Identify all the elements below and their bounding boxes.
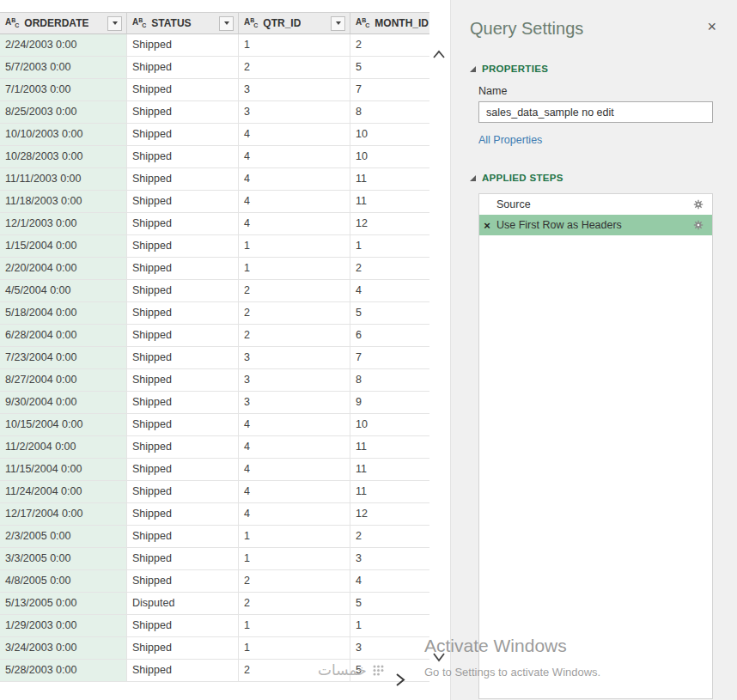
column-header-month_id[interactable]: ABCMONTH_ID	[350, 12, 429, 34]
table-cell[interactable]: Shipped	[127, 213, 239, 235]
table-cell[interactable]: Shipped	[127, 34, 239, 57]
table-cell[interactable]: 7	[350, 347, 429, 369]
table-cell[interactable]: 11	[350, 481, 429, 503]
applied-step[interactable]: ×Use First Row as Headers	[479, 215, 712, 235]
table-cell[interactable]: Shipped	[127, 637, 239, 660]
table-cell[interactable]: Disputed	[127, 593, 239, 615]
table-cell[interactable]: 3/24/2003 0:00	[0, 637, 127, 660]
table-cell[interactable]: Shipped	[127, 526, 239, 548]
table-cell[interactable]: 4	[239, 213, 350, 235]
table-cell[interactable]: 11	[350, 459, 429, 481]
all-properties-link[interactable]: All Properties	[478, 134, 542, 146]
filter-dropdown-button[interactable]	[331, 16, 345, 31]
column-header-qtr_id[interactable]: ABCQTR_ID	[239, 12, 350, 34]
table-cell[interactable]: 5	[350, 593, 429, 615]
table-cell[interactable]: 4	[239, 168, 350, 191]
table-cell[interactable]: 2/20/2004 0:00	[0, 258, 127, 280]
table-cell[interactable]: 5/18/2004 0:00	[0, 302, 127, 325]
close-icon[interactable]: ×	[707, 19, 716, 34]
table-cell[interactable]: 12	[350, 213, 429, 235]
properties-section-header[interactable]: PROPERTIES	[470, 64, 713, 74]
table-cell[interactable]: Shipped	[127, 503, 239, 526]
table-cell[interactable]: 2	[239, 593, 350, 615]
table-cell[interactable]: 3	[239, 347, 350, 369]
table-cell[interactable]: 4	[239, 436, 350, 459]
table-cell[interactable]: Shipped	[127, 280, 239, 302]
table-cell[interactable]: Shipped	[127, 459, 239, 481]
table-cell[interactable]: 4	[239, 503, 350, 526]
table-cell[interactable]: 4/5/2004 0:00	[0, 280, 127, 302]
query-name-input[interactable]	[478, 101, 713, 123]
table-cell[interactable]: 11/2/2004 0:00	[0, 436, 127, 459]
table-cell[interactable]: 4	[239, 414, 350, 436]
table-cell[interactable]: 5/13/2005 0:00	[0, 593, 127, 615]
table-cell[interactable]: 11	[350, 436, 429, 459]
table-cell[interactable]: 1	[239, 637, 350, 660]
table-cell[interactable]: 11/15/2004 0:00	[0, 459, 127, 481]
table-cell[interactable]: Shipped	[127, 347, 239, 369]
table-cell[interactable]: 11/18/2003 0:00	[0, 191, 127, 213]
table-cell[interactable]: Shipped	[127, 168, 239, 191]
table-cell[interactable]: 3/3/2005 0:00	[0, 548, 127, 570]
table-cell[interactable]: 1	[239, 258, 350, 280]
table-cell[interactable]: Shipped	[127, 570, 239, 593]
table-cell[interactable]: Shipped	[127, 481, 239, 503]
table-cell[interactable]: 1	[239, 526, 350, 548]
table-cell[interactable]: 10	[350, 146, 429, 168]
table-cell[interactable]: 1/15/2004 0:00	[0, 235, 127, 258]
table-cell[interactable]: 3	[239, 392, 350, 414]
table-cell[interactable]: 5/28/2003 0:00	[0, 660, 127, 682]
gear-icon[interactable]	[691, 220, 705, 230]
table-cell[interactable]: 12/17/2004 0:00	[0, 503, 127, 526]
table-cell[interactable]: 3	[239, 369, 350, 392]
table-cell[interactable]: 2	[350, 34, 429, 57]
column-header-orderdate[interactable]: ABCORDERDATE	[0, 12, 127, 34]
table-cell[interactable]: 10	[350, 414, 429, 436]
table-cell[interactable]: 7/23/2004 0:00	[0, 347, 127, 369]
table-cell[interactable]: 5/7/2003 0:00	[0, 57, 127, 79]
table-cell[interactable]: 9	[350, 392, 429, 414]
scroll-down-icon[interactable]	[431, 650, 447, 665]
column-header-status[interactable]: ABCSTATUS	[127, 12, 239, 34]
table-cell[interactable]: 8/27/2004 0:00	[0, 369, 127, 392]
table-cell[interactable]: 2	[350, 526, 429, 548]
table-cell[interactable]: 1	[239, 615, 350, 637]
table-cell[interactable]: 2	[239, 570, 350, 593]
gear-icon[interactable]	[691, 199, 705, 210]
table-cell[interactable]: 7/1/2003 0:00	[0, 79, 127, 101]
table-cell[interactable]: 2	[239, 57, 350, 79]
table-cell[interactable]: 11/24/2004 0:00	[0, 481, 127, 503]
applied-step[interactable]: Source	[479, 194, 712, 215]
table-cell[interactable]: 4/8/2005 0:00	[0, 570, 127, 593]
table-cell[interactable]: Shipped	[127, 124, 239, 146]
table-cell[interactable]: Shipped	[127, 101, 239, 124]
table-cell[interactable]: 3	[239, 101, 350, 124]
table-cell[interactable]: 10/10/2003 0:00	[0, 124, 127, 146]
table-cell[interactable]: Shipped	[127, 302, 239, 325]
table-cell[interactable]: 1/29/2003 0:00	[0, 615, 127, 637]
table-cell[interactable]: Shipped	[127, 392, 239, 414]
table-cell[interactable]: 8	[350, 369, 429, 392]
table-cell[interactable]: 1	[239, 34, 350, 57]
table-cell[interactable]: 2	[239, 280, 350, 302]
table-cell[interactable]: Shipped	[127, 325, 239, 347]
table-cell[interactable]: Shipped	[127, 191, 239, 213]
table-cell[interactable]: 4	[239, 124, 350, 146]
table-cell[interactable]: 4	[239, 146, 350, 168]
table-cell[interactable]: 5	[350, 302, 429, 325]
table-cell[interactable]: 3	[350, 548, 429, 570]
table-cell[interactable]: 11	[350, 191, 429, 213]
table-cell[interactable]: Shipped	[127, 414, 239, 436]
table-cell[interactable]: Shipped	[127, 79, 239, 101]
table-cell[interactable]: 2/24/2003 0:00	[0, 34, 127, 57]
table-cell[interactable]: Shipped	[127, 660, 239, 682]
delete-step-icon[interactable]: ×	[479, 219, 495, 232]
table-cell[interactable]: Shipped	[127, 615, 239, 637]
table-cell[interactable]: 4	[239, 459, 350, 481]
scroll-right-icon[interactable]	[393, 672, 408, 688]
table-cell[interactable]: 1	[350, 615, 429, 637]
table-cell[interactable]: 9/30/2004 0:00	[0, 392, 127, 414]
table-cell[interactable]: 2	[239, 660, 350, 682]
table-cell[interactable]: 5	[350, 57, 429, 79]
filter-dropdown-button[interactable]	[219, 16, 234, 31]
